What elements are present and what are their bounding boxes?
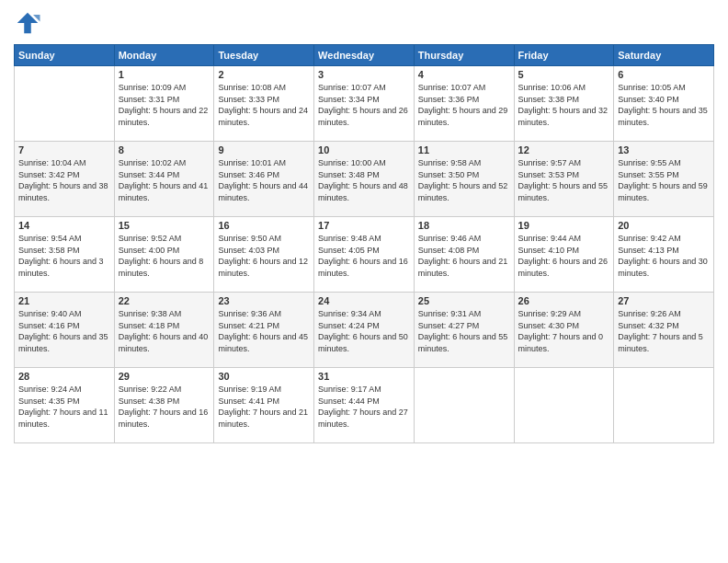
day-info: Sunrise: 9:50 AMSunset: 4:03 PMDaylight:… — [218, 233, 310, 279]
week-row: 21Sunrise: 9:40 AMSunset: 4:16 PMDayligh… — [15, 293, 714, 368]
logo-icon — [14, 9, 41, 37]
day-cell: 24Sunrise: 9:34 AMSunset: 4:24 PMDayligh… — [314, 293, 415, 368]
day-info: Sunrise: 9:29 AMSunset: 4:30 PMDaylight:… — [518, 308, 610, 354]
day-header: Sunday — [15, 45, 115, 66]
day-info: Sunrise: 10:08 AMSunset: 3:33 PMDaylight… — [218, 82, 310, 128]
day-cell: 7Sunrise: 10:04 AMSunset: 3:42 PMDayligh… — [15, 142, 115, 217]
day-number: 31 — [318, 371, 410, 382]
day-info: Sunrise: 9:44 AMSunset: 4:10 PMDaylight:… — [518, 233, 610, 279]
day-cell: 16Sunrise: 9:50 AMSunset: 4:03 PMDayligh… — [214, 217, 314, 293]
day-info: Sunrise: 9:36 AMSunset: 4:21 PMDaylight:… — [218, 308, 310, 354]
day-cell — [414, 368, 514, 443]
day-cell — [614, 368, 714, 443]
day-info: Sunrise: 10:09 AMSunset: 3:31 PMDaylight… — [119, 82, 210, 128]
day-info: Sunrise: 10:07 AMSunset: 3:36 PMDaylight… — [418, 82, 510, 128]
day-number: 14 — [18, 220, 110, 231]
day-info: Sunrise: 9:54 AMSunset: 3:58 PMDaylight:… — [18, 233, 110, 279]
day-cell: 13Sunrise: 9:55 AMSunset: 3:55 PMDayligh… — [614, 142, 714, 217]
day-cell: 31Sunrise: 9:17 AMSunset: 4:44 PMDayligh… — [314, 368, 415, 443]
day-cell: 4Sunrise: 10:07 AMSunset: 3:36 PMDayligh… — [414, 66, 514, 142]
day-number: 21 — [18, 295, 110, 306]
day-info: Sunrise: 9:52 AMSunset: 4:00 PMDaylight:… — [119, 233, 210, 279]
day-info: Sunrise: 10:05 AMSunset: 3:40 PMDaylight… — [618, 82, 710, 128]
day-number: 15 — [119, 220, 210, 231]
day-info: Sunrise: 9:17 AMSunset: 4:44 PMDaylight:… — [318, 384, 410, 430]
day-number: 22 — [119, 295, 210, 306]
day-header: Saturday — [614, 45, 714, 66]
day-cell: 12Sunrise: 9:57 AMSunset: 3:53 PMDayligh… — [514, 142, 614, 217]
day-cell: 26Sunrise: 9:29 AMSunset: 4:30 PMDayligh… — [514, 293, 614, 368]
day-cell: 30Sunrise: 9:19 AMSunset: 4:41 PMDayligh… — [214, 368, 314, 443]
day-info: Sunrise: 10:06 AMSunset: 3:38 PMDaylight… — [518, 82, 610, 128]
day-header: Thursday — [414, 45, 514, 66]
day-number: 10 — [318, 144, 410, 155]
logo — [14, 9, 45, 37]
day-info: Sunrise: 9:57 AMSunset: 3:53 PMDaylight:… — [518, 157, 610, 203]
week-row: 1Sunrise: 10:09 AMSunset: 3:31 PMDayligh… — [15, 66, 714, 142]
day-cell: 25Sunrise: 9:31 AMSunset: 4:27 PMDayligh… — [414, 293, 514, 368]
day-number: 8 — [119, 144, 210, 155]
day-number: 13 — [618, 144, 710, 155]
day-number: 19 — [518, 220, 610, 231]
day-number: 3 — [318, 69, 410, 80]
day-cell: 2Sunrise: 10:08 AMSunset: 3:33 PMDayligh… — [214, 66, 314, 142]
day-number: 1 — [119, 69, 210, 80]
day-number: 4 — [418, 69, 510, 80]
day-cell: 20Sunrise: 9:42 AMSunset: 4:13 PMDayligh… — [614, 217, 714, 293]
day-number: 11 — [418, 144, 510, 155]
day-cell: 15Sunrise: 9:52 AMSunset: 4:00 PMDayligh… — [114, 217, 214, 293]
day-number: 6 — [618, 69, 710, 80]
day-info: Sunrise: 10:02 AMSunset: 3:44 PMDaylight… — [119, 157, 210, 203]
day-info: Sunrise: 9:55 AMSunset: 3:55 PMDaylight:… — [618, 157, 710, 203]
day-info: Sunrise: 9:19 AMSunset: 4:41 PMDaylight:… — [218, 384, 310, 430]
day-cell: 29Sunrise: 9:22 AMSunset: 4:38 PMDayligh… — [114, 368, 214, 443]
day-cell — [514, 368, 614, 443]
day-cell: 18Sunrise: 9:46 AMSunset: 4:08 PMDayligh… — [414, 217, 514, 293]
day-number: 26 — [518, 295, 610, 306]
header — [14, 9, 714, 37]
day-number: 9 — [218, 144, 310, 155]
day-number: 20 — [618, 220, 710, 231]
day-cell: 27Sunrise: 9:26 AMSunset: 4:32 PMDayligh… — [614, 293, 714, 368]
week-row: 7Sunrise: 10:04 AMSunset: 3:42 PMDayligh… — [15, 142, 714, 217]
day-info: Sunrise: 9:42 AMSunset: 4:13 PMDaylight:… — [618, 233, 710, 279]
week-row: 28Sunrise: 9:24 AMSunset: 4:35 PMDayligh… — [15, 368, 714, 443]
day-number: 29 — [119, 371, 210, 382]
day-header: Wednesday — [314, 45, 415, 66]
day-number: 30 — [218, 371, 310, 382]
day-cell: 10Sunrise: 10:00 AMSunset: 3:48 PMDaylig… — [314, 142, 415, 217]
day-header: Tuesday — [214, 45, 314, 66]
day-info: Sunrise: 10:07 AMSunset: 3:34 PMDaylight… — [318, 82, 410, 128]
day-cell: 9Sunrise: 10:01 AMSunset: 3:46 PMDayligh… — [214, 142, 314, 217]
day-number: 7 — [18, 144, 110, 155]
calendar-page: SundayMondayTuesdayWednesdayThursdayFrid… — [0, 0, 728, 563]
day-number: 12 — [518, 144, 610, 155]
day-info: Sunrise: 9:22 AMSunset: 4:38 PMDaylight:… — [119, 384, 210, 430]
day-cell: 28Sunrise: 9:24 AMSunset: 4:35 PMDayligh… — [15, 368, 115, 443]
day-cell: 22Sunrise: 9:38 AMSunset: 4:18 PMDayligh… — [114, 293, 214, 368]
day-cell: 23Sunrise: 9:36 AMSunset: 4:21 PMDayligh… — [214, 293, 314, 368]
day-info: Sunrise: 9:48 AMSunset: 4:05 PMDaylight:… — [318, 233, 410, 279]
week-row: 14Sunrise: 9:54 AMSunset: 3:58 PMDayligh… — [15, 217, 714, 293]
day-info: Sunrise: 9:40 AMSunset: 4:16 PMDaylight:… — [18, 308, 110, 354]
day-cell: 5Sunrise: 10:06 AMSunset: 3:38 PMDayligh… — [514, 66, 614, 142]
day-cell: 14Sunrise: 9:54 AMSunset: 3:58 PMDayligh… — [15, 217, 115, 293]
day-info: Sunrise: 9:26 AMSunset: 4:32 PMDaylight:… — [618, 308, 710, 354]
day-info: Sunrise: 9:46 AMSunset: 4:08 PMDaylight:… — [418, 233, 510, 279]
day-cell: 6Sunrise: 10:05 AMSunset: 3:40 PMDayligh… — [614, 66, 714, 142]
day-number: 16 — [218, 220, 310, 231]
day-cell: 3Sunrise: 10:07 AMSunset: 3:34 PMDayligh… — [314, 66, 415, 142]
day-info: Sunrise: 10:04 AMSunset: 3:42 PMDaylight… — [18, 157, 110, 203]
day-cell: 19Sunrise: 9:44 AMSunset: 4:10 PMDayligh… — [514, 217, 614, 293]
day-info: Sunrise: 9:38 AMSunset: 4:18 PMDaylight:… — [119, 308, 210, 354]
day-header: Monday — [114, 45, 214, 66]
day-info: Sunrise: 10:00 AMSunset: 3:48 PMDaylight… — [318, 157, 410, 203]
header-row: SundayMondayTuesdayWednesdayThursdayFrid… — [15, 45, 714, 66]
day-number: 17 — [318, 220, 410, 231]
day-cell: 11Sunrise: 9:58 AMSunset: 3:50 PMDayligh… — [414, 142, 514, 217]
day-cell — [15, 66, 115, 142]
day-number: 18 — [418, 220, 510, 231]
day-number: 23 — [218, 295, 310, 306]
calendar-table: SundayMondayTuesdayWednesdayThursdayFrid… — [14, 44, 714, 443]
day-number: 2 — [218, 69, 310, 80]
